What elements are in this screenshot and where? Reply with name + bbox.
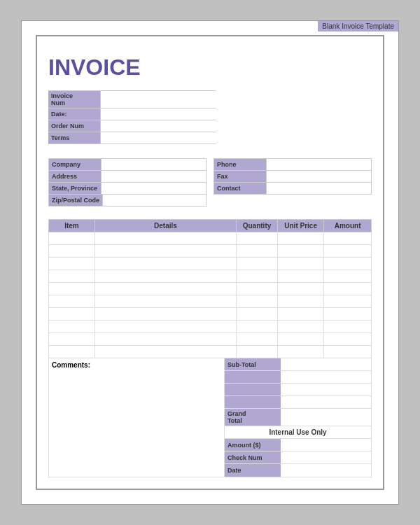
table-row bbox=[49, 270, 372, 283]
totals-empty-value-1[interactable] bbox=[281, 371, 371, 383]
contact-row: Contact bbox=[214, 183, 371, 194]
check-num-input[interactable] bbox=[281, 451, 371, 463]
internal-use-label: Internal Use Only bbox=[225, 426, 371, 439]
order-num-row: Order Num bbox=[48, 120, 216, 132]
fax-row: Fax bbox=[214, 171, 371, 183]
date-input[interactable] bbox=[101, 108, 216, 120]
invoice-title: INVOICE bbox=[48, 55, 372, 80]
check-num-label: Check Num bbox=[225, 451, 281, 463]
comments-input[interactable] bbox=[52, 372, 221, 428]
col-amount: Amount bbox=[324, 220, 372, 232]
table-row bbox=[49, 295, 372, 308]
sub-total-row: Sub-Total bbox=[225, 358, 371, 371]
contact-section: Phone Fax Contact bbox=[214, 158, 372, 212]
amount-input[interactable] bbox=[281, 439, 371, 451]
table-row bbox=[49, 308, 372, 321]
phone-label: Phone bbox=[214, 159, 267, 170]
order-num-input[interactable] bbox=[101, 120, 216, 132]
table-row bbox=[49, 321, 372, 333]
totals-empty-row-2 bbox=[225, 384, 371, 396]
company-input[interactable] bbox=[102, 159, 206, 170]
zip-row: Zip/Postal Code bbox=[49, 195, 206, 206]
grand-total-label: GrandTotal bbox=[225, 409, 281, 426]
bottom-section: Comments: Sub-Total bbox=[48, 358, 372, 477]
totals-empty-row-1 bbox=[225, 371, 371, 384]
date-label: Date: bbox=[48, 108, 101, 120]
invoice-num-row: InvoiceNum bbox=[48, 90, 216, 108]
phone-row: Phone bbox=[214, 159, 371, 171]
invoice-num-input[interactable] bbox=[101, 91, 216, 108]
address-section: Company Address State, Province Zip/Post… bbox=[48, 158, 206, 212]
company-row: Company bbox=[49, 159, 206, 171]
contact-label: Contact bbox=[214, 183, 267, 194]
zip-label: Zip/Postal Code bbox=[49, 195, 103, 206]
totals-empty-value-2[interactable] bbox=[281, 384, 371, 396]
comments-label: Comments: bbox=[52, 361, 90, 369]
address-input[interactable] bbox=[102, 171, 206, 182]
phone-input[interactable] bbox=[267, 159, 371, 170]
check-num-row: Check Num bbox=[225, 451, 371, 464]
col-quantity: Quantity bbox=[237, 220, 278, 232]
payment-date-row: Date bbox=[225, 464, 371, 477]
contact-input[interactable] bbox=[267, 183, 371, 194]
totals-empty-label-2 bbox=[225, 384, 281, 396]
state-input[interactable] bbox=[102, 183, 206, 194]
totals-empty-label-3 bbox=[225, 396, 281, 408]
address-row: Address bbox=[49, 171, 206, 183]
totals-area: Sub-Total GrandTotal bbox=[225, 358, 372, 477]
col-details: Details bbox=[94, 220, 236, 232]
totals-empty-label-1 bbox=[225, 371, 281, 383]
fax-label: Fax bbox=[214, 171, 267, 182]
col-item: Item bbox=[49, 220, 95, 232]
table-row bbox=[49, 283, 372, 295]
table-header-row: Item Details Quantity Unit Price Amount bbox=[49, 220, 372, 232]
terms-row: Terms bbox=[48, 132, 216, 144]
items-table: Item Details Quantity Unit Price Amount bbox=[48, 219, 372, 358]
grand-total-value[interactable] bbox=[281, 409, 371, 426]
company-label: Company bbox=[49, 159, 102, 170]
grand-total-row: GrandTotal bbox=[225, 409, 371, 426]
terms-input[interactable] bbox=[101, 132, 216, 144]
order-num-label: Order Num bbox=[48, 120, 101, 132]
fax-input[interactable] bbox=[267, 171, 371, 182]
address-label: Address bbox=[49, 171, 102, 182]
totals-empty-value-3[interactable] bbox=[281, 396, 371, 408]
state-label: State, Province bbox=[49, 183, 102, 194]
payment-date-input[interactable] bbox=[281, 464, 371, 477]
payment-date-label: Date bbox=[225, 464, 281, 477]
state-row: State, Province bbox=[49, 183, 206, 195]
table-row bbox=[49, 333, 372, 346]
sub-total-label: Sub-Total bbox=[225, 358, 281, 370]
table-row bbox=[49, 245, 372, 258]
totals-empty-row-3 bbox=[225, 396, 371, 409]
zip-input[interactable] bbox=[103, 195, 206, 206]
table-row bbox=[49, 258, 372, 270]
comments-area: Comments: bbox=[48, 358, 225, 477]
invoice-num-label: InvoiceNum bbox=[48, 91, 101, 108]
table-row bbox=[49, 346, 372, 358]
col-unit-price: Unit Price bbox=[277, 220, 323, 232]
invoice-fields: InvoiceNum Date: Order Num Terms bbox=[48, 90, 216, 144]
template-label: Blank Invoice Template bbox=[318, 21, 398, 31]
terms-label: Terms bbox=[48, 132, 101, 144]
date-row: Date: bbox=[48, 108, 216, 120]
sub-total-value[interactable] bbox=[281, 358, 371, 370]
amount-row: Amount ($) bbox=[225, 439, 371, 451]
amount-label: Amount ($) bbox=[225, 439, 281, 451]
table-row bbox=[49, 232, 372, 245]
